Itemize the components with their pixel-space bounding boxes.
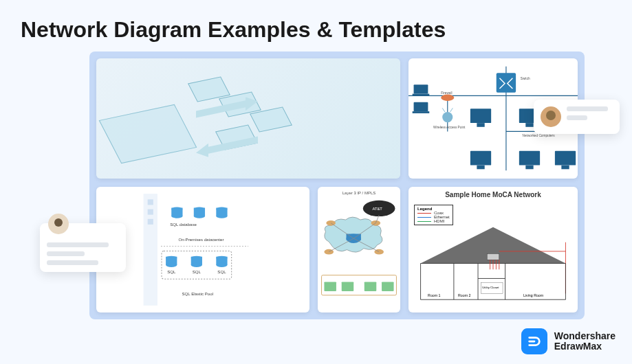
card-title: Sample Home MoCA Network [408, 187, 578, 198]
svg-point-12 [442, 112, 453, 122]
template-gallery: Switch Firewall Wireless Access Point Ne… [89, 52, 585, 319]
svg-point-51 [191, 263, 202, 267]
svg-text:SQL database: SQL database [170, 222, 197, 227]
svg-rect-23 [470, 151, 491, 166]
svg-rect-32 [148, 219, 153, 225]
svg-text:SQL: SQL [167, 269, 176, 274]
svg-text:Switch: Switch [521, 77, 530, 80]
svg-line-13 [442, 108, 445, 112]
svg-text:Firewall: Firewall [441, 91, 452, 95]
edrawmax-logo-icon [521, 328, 547, 354]
template-card-isometric[interactable] [96, 58, 400, 179]
svg-rect-16 [470, 109, 491, 123]
svg-rect-79 [487, 253, 499, 260]
svg-text:Networked Computers: Networked Computers [523, 134, 556, 137]
placeholder-line [47, 242, 109, 247]
svg-rect-24 [477, 166, 484, 170]
svg-text:AT&T: AT&T [372, 207, 382, 211]
svg-rect-9 [413, 111, 430, 113]
svg-line-14 [450, 108, 453, 112]
svg-rect-8 [414, 102, 428, 111]
svg-text:Utility Closet: Utility Closet [482, 286, 499, 289]
svg-point-38 [194, 214, 205, 218]
placeholder-line [567, 115, 587, 120]
brand-text: Wondershare EdrawMax [554, 331, 615, 351]
comment-bubble [40, 223, 126, 272]
avatar [48, 214, 69, 234]
avatar [541, 106, 561, 127]
svg-rect-75 [382, 282, 393, 291]
svg-text:Wireless Access Point: Wireless Access Point [433, 126, 466, 129]
svg-text:Room 1: Room 1 [428, 293, 441, 297]
svg-text:On-Premises datacenter: On-Premises datacenter [178, 237, 224, 242]
svg-point-10 [441, 94, 454, 100]
svg-rect-31 [148, 209, 153, 215]
svg-rect-6 [414, 84, 428, 93]
svg-rect-7 [413, 94, 430, 96]
svg-rect-17 [477, 123, 484, 127]
svg-text:Room 2: Room 2 [458, 293, 471, 297]
svg-rect-26 [525, 166, 533, 170]
brand-footer: Wondershare EdrawMax [521, 328, 615, 354]
placeholder-line [47, 260, 98, 265]
svg-rect-27 [555, 151, 576, 166]
svg-rect-73 [342, 282, 353, 291]
template-card-cloud-database[interactable]: SQL database On-Premises datacenter SQL … [96, 187, 309, 312]
page-title: Network Diagram Examples & Templates [0, 0, 632, 49]
svg-rect-30 [148, 199, 153, 205]
svg-point-47 [166, 263, 177, 267]
svg-rect-72 [324, 282, 336, 291]
svg-text:SQL: SQL [193, 269, 201, 274]
svg-point-41 [216, 214, 227, 218]
svg-text:SQL: SQL [217, 269, 226, 274]
svg-point-55 [216, 263, 227, 267]
svg-rect-28 [561, 166, 569, 170]
template-card-home-moca[interactable]: Sample Home MoCA Network Legend Coax Eth… [408, 187, 578, 312]
svg-rect-4 [497, 73, 516, 92]
svg-point-35 [171, 214, 182, 218]
placeholder-line [567, 106, 608, 111]
svg-text:Living Room: Living Room [523, 293, 544, 297]
svg-text:SQL Elastic Pool: SQL Elastic Pool [182, 291, 214, 296]
svg-rect-19 [525, 123, 533, 127]
card-title: Layer 3 IP / MPLS [318, 187, 400, 195]
comment-bubble [534, 100, 620, 134]
svg-rect-25 [519, 151, 540, 166]
template-card-mpls[interactable]: Layer 3 IP / MPLS AT&T [318, 187, 400, 312]
svg-rect-74 [364, 282, 376, 291]
placeholder-line [47, 251, 85, 256]
